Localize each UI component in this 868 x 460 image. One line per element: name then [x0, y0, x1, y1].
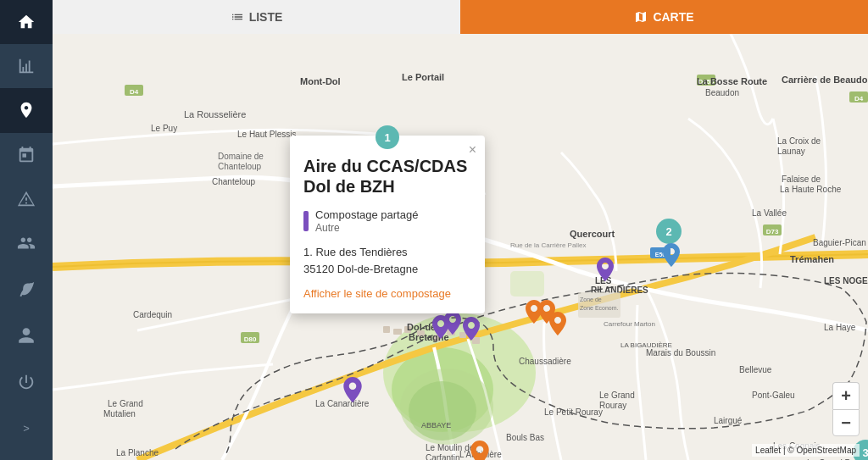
svg-text:ABBAYE: ABBAYE [421, 421, 451, 430]
svg-text:Launay: Launay [777, 147, 805, 156]
svg-text:Rue de la Carrière Pallex: Rue de la Carrière Pallex [510, 241, 586, 249]
svg-text:Chanteloup: Chanteloup [218, 162, 262, 171]
svg-text:Mutalien: Mutalien [103, 409, 136, 418]
sidebar: > [0, 0, 53, 460]
popup-type-badge: Compostage partagé Autre [303, 208, 471, 234]
svg-text:Le Haut Plessis: Le Haut Plessis [237, 130, 296, 139]
sidebar-item-leaf[interactable] [0, 265, 53, 312]
svg-text:La Bosse Route: La Bosse Route [697, 76, 767, 86]
svg-text:Le Puy: Le Puy [151, 124, 177, 133]
tab-liste[interactable]: LISTE [53, 0, 460, 34]
marker-orange-3[interactable] [549, 312, 566, 335]
svg-text:Le Grand: Le Grand [108, 399, 143, 408]
tab-carte[interactable]: CARTE [460, 0, 868, 34]
svg-text:Marais du Boussin: Marais du Boussin [646, 348, 715, 357]
marker-blue-1[interactable] [663, 243, 680, 267]
svg-text:La Haye: La Haye [824, 323, 856, 332]
svg-text:Quercourt: Quercourt [570, 229, 615, 239]
svg-text:Domaine de: Domaine de [218, 152, 264, 161]
map-attribution: Leaflet | © OpenStreetMap [752, 444, 860, 457]
svg-text:Trémahen: Trémahen [790, 254, 834, 264]
svg-text:Rouray: Rouray [599, 401, 626, 410]
svg-rect-4 [383, 326, 390, 333]
marker-purple-3[interactable] [444, 311, 461, 335]
svg-rect-3 [510, 271, 544, 297]
popup-close-button[interactable]: × [469, 142, 476, 158]
zoom-out-button[interactable]: − [832, 409, 860, 436]
svg-text:D4: D4 [130, 88, 139, 96]
svg-text:Chanteloup: Chanteloup [212, 177, 256, 186]
topbar: LISTE CARTE [53, 0, 868, 34]
svg-text:Le Petit Rouray: Le Petit Rouray [544, 407, 603, 417]
svg-text:Mont-Dol: Mont-Dol [300, 76, 341, 86]
svg-text:LES NOGES: LES NOGES [824, 276, 868, 285]
sidebar-item-power[interactable] [0, 358, 53, 405]
popup-card: 1 × Aire du CCAS/CDAS Dol de BZH Compost… [290, 136, 485, 313]
svg-text:Cardequin: Cardequin [133, 310, 172, 319]
svg-text:Baguier-Pican: Baguier-Pican [813, 238, 866, 247]
sidebar-item-map[interactable] [0, 88, 53, 132]
popup-number: 1 [376, 125, 399, 149]
marker-purple-5[interactable] [597, 258, 614, 281]
sidebar-collapse-btn[interactable]: > [0, 405, 53, 452]
zoom-controls: + − [832, 382, 860, 436]
marker-purple-4[interactable] [463, 317, 480, 341]
map-badge-2[interactable]: 2 [656, 219, 682, 244]
popup-type-color-bar [303, 211, 309, 231]
map-container[interactable]: D4 D4 D155 E50 E50 D73 D80 La Rousselièr… [53, 34, 868, 460]
main-content: LISTE CARTE [53, 0, 868, 460]
sidebar-item-profile[interactable] [0, 312, 53, 358]
svg-text:Zone de: Zone de [580, 297, 602, 302]
svg-text:Beaudon: Beaudon [705, 88, 739, 97]
sidebar-item-stats[interactable] [0, 44, 53, 88]
svg-text:La Rousselière: La Rousselière [184, 109, 246, 119]
sidebar-item-home[interactable] [0, 0, 53, 44]
svg-text:Zone Econom.: Zone Econom. [580, 305, 619, 311]
svg-text:Carrière de Beaudon: Carrière de Beaudon [782, 75, 868, 85]
svg-text:La Croix de: La Croix de [777, 136, 821, 146]
svg-text:La Planche: La Planche [116, 448, 159, 457]
zoom-in-button[interactable]: + [832, 382, 860, 409]
liste-icon [231, 10, 244, 24]
svg-rect-5 [393, 329, 402, 335]
sidebar-item-calendar[interactable] [0, 133, 53, 177]
svg-text:Falaise de: Falaise de [782, 175, 821, 184]
svg-text:Pont-Galeu: Pont-Galeu [752, 391, 795, 400]
svg-text:Bellevue: Bellevue [739, 365, 772, 374]
svg-text:D80: D80 [244, 335, 257, 343]
svg-text:Bouls Bas: Bouls Bas [506, 433, 544, 442]
svg-text:Le Portail: Le Portail [402, 72, 444, 82]
popup-link[interactable]: Afficher le site de compostage [303, 287, 471, 300]
popup-address: 1. Rue des Tendières 35120 Dol-de-Bretag… [303, 244, 471, 277]
popup-type-sub: Autre [315, 222, 418, 234]
popup-type-label: Compostage partagé [315, 208, 418, 221]
svg-text:La Vallée: La Vallée [752, 208, 787, 218]
svg-text:Le Grand: Le Grand [599, 391, 635, 400]
svg-text:Carrefour Marton: Carrefour Marton [604, 320, 655, 328]
marker-orange-4[interactable] [470, 441, 489, 460]
svg-text:LA BIGAUDIÈRE: LA BIGAUDIÈRE [620, 341, 672, 349]
svg-text:La Haute Roche: La Haute Roche [780, 185, 842, 194]
marker-purple-6[interactable] [343, 377, 362, 402]
svg-text:D4: D4 [854, 95, 864, 103]
svg-point-72 [409, 381, 476, 441]
sidebar-item-alert[interactable] [0, 177, 53, 221]
svg-text:Chaussadière: Chaussadière [519, 357, 571, 366]
svg-text:Carfantin: Carfantin [426, 453, 460, 460]
carte-icon [634, 10, 648, 24]
svg-text:Lairgué: Lairgué [714, 416, 743, 425]
popup-title: Aire du CCAS/CDAS Dol de BZH [303, 156, 471, 197]
svg-text:D73: D73 [766, 228, 779, 236]
sidebar-item-users[interactable] [0, 221, 53, 265]
